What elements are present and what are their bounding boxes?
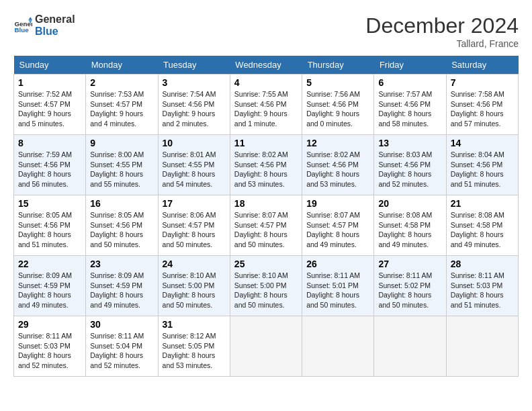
day-3: 3 Sunrise: 7:54 AMSunset: 4:56 PMDayligh… [158,75,230,135]
day-4: 4 Sunrise: 7:55 AMSunset: 4:56 PMDayligh… [230,75,302,135]
day-23: 23 Sunrise: 8:09 AMSunset: 4:59 PMDaylig… [86,256,158,316]
title-section: December 2024 Tallard, France [365,13,519,49]
day-11: 11 Sunrise: 8:02 AMSunset: 4:56 PMDaylig… [230,135,302,195]
day-20: 20 Sunrise: 8:08 AMSunset: 4:58 PMDaylig… [374,195,446,256]
day-21: 21 Sunrise: 8:08 AMSunset: 4:58 PMDaylig… [446,195,518,256]
logo-text-line1: General [35,13,75,26]
day-16: 16 Sunrise: 8:05 AMSunset: 4:56 PMDaylig… [86,195,158,256]
location: Tallard, France [365,38,519,49]
week-row-3: 15 Sunrise: 8:05 AMSunset: 4:56 PMDaylig… [14,195,519,256]
col-saturday: Saturday [446,56,518,75]
day-8: 8 Sunrise: 7:59 AMSunset: 4:56 PMDayligh… [14,135,86,195]
header-row: Sunday Monday Tuesday Wednesday Thursday… [14,56,519,75]
svg-marker-2 [28,17,32,19]
col-wednesday: Wednesday [230,56,302,75]
day-14: 14 Sunrise: 8:04 AMSunset: 4:56 PMDaylig… [446,135,518,195]
empty-cell-2 [302,316,374,377]
day-28: 28 Sunrise: 8:11 AMSunset: 5:03 PMDaylig… [446,256,518,316]
day-13: 13 Sunrise: 8:03 AMSunset: 4:56 PMDaylig… [374,135,446,195]
week-row-4: 22 Sunrise: 8:09 AMSunset: 4:59 PMDaylig… [14,256,519,316]
month-title: December 2024 [365,13,519,38]
col-friday: Friday [374,56,446,75]
day-7: 7 Sunrise: 7:58 AMSunset: 4:56 PMDayligh… [446,75,518,135]
logo-text-line2: Blue [35,26,75,38]
day-2: 2 Sunrise: 7:53 AMSunset: 4:57 PMDayligh… [86,75,158,135]
day-27: 27 Sunrise: 8:11 AMSunset: 5:02 PMDaylig… [374,256,446,316]
col-tuesday: Tuesday [158,56,230,75]
logo: General Blue General Blue [13,13,75,37]
day-1: 1 Sunrise: 7:52 AMSunset: 4:57 PMDayligh… [14,75,86,135]
calendar-table: Sunday Monday Tuesday Wednesday Thursday… [13,56,519,377]
day-25: 25 Sunrise: 8:10 AMSunset: 5:00 PMDaylig… [230,256,302,316]
col-monday: Monday [86,56,158,75]
day-26: 26 Sunrise: 8:11 AMSunset: 5:01 PMDaylig… [302,256,374,316]
day-6: 6 Sunrise: 7:57 AMSunset: 4:56 PMDayligh… [374,75,446,135]
week-row-2: 8 Sunrise: 7:59 AMSunset: 4:56 PMDayligh… [14,135,519,195]
svg-text:Blue: Blue [14,26,29,33]
day-18: 18 Sunrise: 8:07 AMSunset: 4:57 PMDaylig… [230,195,302,256]
col-sunday: Sunday [14,56,86,75]
day-22: 22 Sunrise: 8:09 AMSunset: 4:59 PMDaylig… [14,256,86,316]
day-30: 30 Sunrise: 8:11 AMSunset: 5:04 PMDaylig… [86,316,158,377]
day-12: 12 Sunrise: 8:02 AMSunset: 4:56 PMDaylig… [302,135,374,195]
day-17: 17 Sunrise: 8:06 AMSunset: 4:57 PMDaylig… [158,195,230,256]
empty-cell-1 [230,316,302,377]
day-5: 5 Sunrise: 7:56 AMSunset: 4:56 PMDayligh… [302,75,374,135]
day-9: 9 Sunrise: 8:00 AMSunset: 4:55 PMDayligh… [86,135,158,195]
logo-icon: General Blue [13,16,32,35]
empty-cell-3 [374,316,446,377]
day-29: 29 Sunrise: 8:11 AMSunset: 5:03 PMDaylig… [14,316,86,377]
page-header: General Blue General Blue December 2024 … [13,13,519,49]
week-row-1: 1 Sunrise: 7:52 AMSunset: 4:57 PMDayligh… [14,75,519,135]
day-10: 10 Sunrise: 8:01 AMSunset: 4:55 PMDaylig… [158,135,230,195]
day-31: 31 Sunrise: 8:12 AMSunset: 5:05 PMDaylig… [158,316,230,377]
empty-cell-4 [446,316,518,377]
col-thursday: Thursday [302,56,374,75]
day-24: 24 Sunrise: 8:10 AMSunset: 5:00 PMDaylig… [158,256,230,316]
day-19: 19 Sunrise: 8:07 AMSunset: 4:57 PMDaylig… [302,195,374,256]
day-15: 15 Sunrise: 8:05 AMSunset: 4:56 PMDaylig… [14,195,86,256]
week-row-5: 29 Sunrise: 8:11 AMSunset: 5:03 PMDaylig… [14,316,519,377]
